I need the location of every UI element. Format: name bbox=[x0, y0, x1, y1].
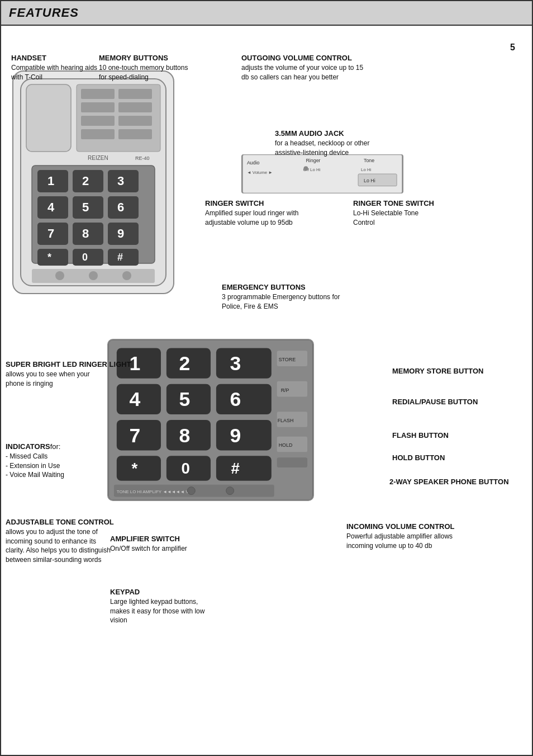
memory-buttons-body: 10 one-touch memory buttons for speed-di… bbox=[99, 63, 197, 82]
outgoing-volume-body: adjusts the volume of your voice up to 1… bbox=[241, 63, 364, 82]
svg-text:FLASH: FLASH bbox=[278, 418, 294, 423]
annotation-memory-store: MEMORY STORE BUTTON bbox=[392, 367, 483, 376]
svg-point-123 bbox=[187, 487, 195, 495]
svg-text:#: # bbox=[231, 460, 240, 477]
svg-text:Ringer: Ringer bbox=[306, 158, 320, 163]
amplifier-switch-label: AMPLIFIER SWITCH bbox=[110, 535, 187, 544]
svg-text:5: 5 bbox=[179, 388, 191, 410]
annotation-adjustable-tone: ADJUSTABLE TONE CONTROL allows you to ad… bbox=[6, 518, 114, 565]
annotation-amplifier-switch: AMPLIFIER SWITCH On/Off switch for ampli… bbox=[110, 535, 187, 554]
flash-label: FLASH BUTTON bbox=[392, 431, 449, 441]
annotation-flash: FLASH BUTTON bbox=[392, 431, 449, 441]
svg-rect-107 bbox=[216, 384, 272, 414]
svg-rect-42 bbox=[81, 116, 115, 126]
indicators-label-suffix: for: bbox=[50, 442, 61, 452]
svg-text:7: 7 bbox=[47, 226, 54, 240]
indicators-body: - Missed Calls - Extension in Use - Voic… bbox=[6, 452, 64, 480]
annotation-indicators: INDICATORS for: - Missed Calls - Extensi… bbox=[6, 442, 64, 480]
svg-rect-115 bbox=[117, 456, 161, 481]
svg-text:8: 8 bbox=[179, 424, 191, 447]
svg-text:REIZEN: REIZEN bbox=[88, 155, 108, 161]
page-wrapper: FEATURES bbox=[0, 0, 533, 756]
audio-jack-label: 3.5MM AUDIO JACK bbox=[275, 129, 398, 139]
svg-rect-101 bbox=[216, 348, 272, 378]
memory-buttons-label: MEMORY BUTTONS bbox=[99, 54, 197, 63]
svg-text:Audio: Audio bbox=[247, 160, 260, 166]
svg-rect-119 bbox=[216, 456, 272, 481]
svg-text:Tone: Tone bbox=[364, 158, 374, 163]
svg-text:1: 1 bbox=[47, 174, 54, 188]
svg-text:2: 2 bbox=[179, 352, 191, 375]
svg-text:4: 4 bbox=[130, 388, 141, 410]
ringer-switch-label: RINGER SWITCH bbox=[205, 199, 306, 209]
svg-text:◄ Volume ►: ◄ Volume ► bbox=[247, 170, 273, 175]
annotation-redial-pause: REDIAL/PAUSE BUTTON bbox=[392, 398, 478, 407]
svg-point-124 bbox=[226, 487, 234, 495]
annotation-handset: HANDSET Compatible with hearing aids wit… bbox=[11, 54, 109, 82]
svg-text:RE-40: RE-40 bbox=[135, 155, 150, 161]
svg-text:4: 4 bbox=[47, 200, 55, 214]
svg-text:9: 9 bbox=[230, 424, 241, 447]
svg-point-75 bbox=[89, 271, 98, 280]
svg-point-74 bbox=[55, 271, 64, 280]
audio-jack-body: for a headset, neckloop or other assisti… bbox=[275, 139, 398, 158]
svg-text:*: * bbox=[132, 460, 138, 477]
super-bright-label: SUPER BRIGHT LED RINGER LIGHT bbox=[6, 360, 131, 370]
svg-text:6: 6 bbox=[230, 388, 241, 410]
hold-label: HOLD BUTTON bbox=[392, 453, 445, 463]
svg-text:STORE: STORE bbox=[279, 357, 296, 362]
svg-text:HOLD: HOLD bbox=[279, 442, 293, 448]
svg-text:*: * bbox=[47, 252, 51, 263]
svg-rect-67 bbox=[37, 249, 68, 266]
two-way-label: 2-WAY SPEAKER PHONE BUTTON bbox=[389, 478, 509, 487]
super-bright-body: allows you to see when your phone is rin… bbox=[6, 370, 103, 389]
svg-text:9: 9 bbox=[117, 226, 124, 240]
svg-text:Lo     Hi: Lo Hi bbox=[364, 178, 375, 183]
adjustable-tone-body: allows you to adjust the tone of incomin… bbox=[6, 527, 112, 565]
svg-rect-43 bbox=[118, 116, 152, 126]
svg-text:3: 3 bbox=[117, 174, 124, 188]
svg-text:Lo     Hi: Lo Hi bbox=[361, 167, 372, 172]
annotation-2way: 2-WAY SPEAKER PHONE BUTTON bbox=[389, 478, 509, 487]
content-area: REIZEN RE-40 1 2 3 4 5 6 7 8 bbox=[1, 26, 532, 58]
annotation-ringer-tone: RINGER TONE SWITCH Lo-Hi Selectable Tone… bbox=[353, 199, 437, 227]
keypad-label: KEYPAD bbox=[110, 588, 213, 597]
svg-text:6: 6 bbox=[117, 200, 124, 214]
svg-rect-45 bbox=[118, 129, 152, 139]
amplifier-switch-body: On/Off switch for amplifier bbox=[110, 544, 187, 554]
svg-rect-44 bbox=[81, 129, 115, 139]
svg-rect-41 bbox=[118, 102, 152, 112]
svg-text:#: # bbox=[117, 252, 123, 263]
svg-text:7: 7 bbox=[130, 424, 141, 447]
handset-body: Compatible with hearing aids with T-Coil bbox=[11, 63, 109, 82]
redial-pause-label: REDIAL/PAUSE BUTTON bbox=[392, 398, 478, 407]
svg-rect-40 bbox=[81, 102, 115, 112]
svg-text:8: 8 bbox=[82, 226, 89, 240]
svg-rect-39 bbox=[118, 89, 152, 99]
annotation-incoming-volume: INCOMING VOLUME CONTROL Powerful adjusta… bbox=[346, 522, 458, 550]
control-panel-image: Audio ◄ Volume ► Ringer Off Lo Hi Tone L… bbox=[241, 154, 403, 193]
outgoing-volume-label: OUTGOING VOLUME CONTROL bbox=[241, 54, 364, 63]
ringer-tone-body: Lo-Hi Selectable Tone Control bbox=[353, 209, 437, 228]
annotation-audio-jack: 3.5MM AUDIO JACK for a headset, neckloop… bbox=[275, 129, 398, 157]
keypad-image: STORE R/P FLASH HOLD 1 2 3 4 bbox=[107, 339, 314, 501]
annotation-memory-buttons: MEMORY BUTTONS 10 one-touch memory butto… bbox=[99, 54, 197, 82]
ringer-switch-body: Amplified super loud ringer with adjusta… bbox=[205, 209, 306, 228]
svg-text:0: 0 bbox=[182, 460, 190, 477]
annotation-ringer-switch: RINGER SWITCH Amplified super loud ringe… bbox=[205, 199, 306, 227]
handset-label: HANDSET bbox=[11, 54, 109, 63]
svg-text:5: 5 bbox=[82, 200, 89, 214]
indicators-title-row: INDICATORS for: bbox=[6, 442, 64, 452]
svg-rect-69 bbox=[73, 249, 103, 266]
svg-rect-71 bbox=[108, 249, 139, 266]
annotation-super-bright: SUPER BRIGHT LED RINGER LIGHT allows you… bbox=[6, 360, 131, 388]
emergency-body: 3 programmable Emergency buttons for Pol… bbox=[222, 292, 350, 311]
svg-rect-96 bbox=[277, 457, 307, 467]
svg-point-82 bbox=[303, 166, 308, 171]
adjustable-tone-label: ADJUSTABLE TONE CONTROL bbox=[6, 518, 114, 527]
page-title: FEATURES bbox=[9, 6, 79, 20]
incoming-volume-body: Powerful adjustable amplifier allows inc… bbox=[346, 532, 458, 551]
phone-image: REIZEN RE-40 1 2 3 4 5 6 7 8 bbox=[12, 70, 174, 294]
svg-text:0: 0 bbox=[82, 252, 88, 263]
annotation-outgoing-volume: OUTGOING VOLUME CONTROL adjusts the volu… bbox=[241, 54, 364, 82]
